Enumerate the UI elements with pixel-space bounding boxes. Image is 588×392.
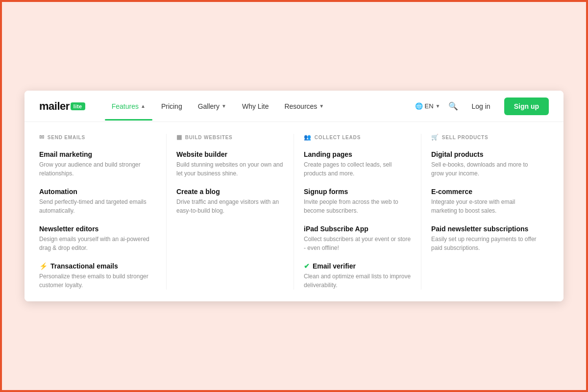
item-desc: Create pages to collect leads, sell prod…	[304, 160, 411, 178]
chevron-down-icon: ▼	[221, 103, 226, 109]
item-title: Signup forms	[304, 188, 411, 196]
col-header-icon: 👥	[304, 134, 312, 141]
item-desc: Send perfectly-timed and targeted emails…	[39, 197, 156, 215]
login-button[interactable]: Log in	[466, 98, 496, 114]
menu-column-sell-products: 🛒SELL PRODUCTS Digital products Sell e-b…	[421, 134, 549, 290]
menu-item-send-emails-1[interactable]: Automation Send perfectly-timed and targ…	[39, 188, 156, 215]
item-desc: Easily set up recurring payments to offe…	[431, 235, 539, 252]
menu-item-collect-leads-1[interactable]: Signup forms Invite people from across t…	[304, 188, 411, 215]
item-desc: Grow your audience and build stronger re…	[39, 160, 156, 178]
logo-text-main: mailer	[39, 100, 70, 113]
item-desc: Sell e-books, downloads and more to grow…	[431, 160, 539, 178]
menu-column-build-websites: ▦BUILD WEBSITES Website builder Build st…	[167, 134, 294, 290]
col-header-build-websites: ▦BUILD WEBSITES	[176, 134, 284, 141]
item-title: Digital products	[431, 150, 539, 158]
col-header-collect-leads: 👥COLLECT LEADS	[304, 134, 411, 141]
lang-chevron-icon: ▼	[436, 103, 441, 109]
signup-button[interactable]: Sign up	[504, 98, 549, 115]
item-title: Newsletter editors	[39, 225, 156, 233]
item-title: ✔ Email verifier	[304, 262, 411, 270]
item-title: E-commerce	[431, 188, 539, 196]
item-title: ⚡ Transactional emails	[39, 262, 156, 270]
item-title: Create a blog	[176, 188, 284, 196]
item-title: Email marketing	[39, 150, 156, 158]
menu-item-send-emails-3[interactable]: ⚡ Transactional emails Personalize these…	[39, 262, 156, 290]
item-title: Paid newsletter subscriptions	[431, 225, 539, 233]
navbar: mailer lite Features ▲ Pricing Gallery ▼…	[24, 91, 564, 122]
item-badge-icon: ⚡	[39, 262, 48, 270]
col-header-sell-products: 🛒SELL PRODUCTS	[431, 134, 539, 141]
item-desc: Build stunning websites on your own and …	[176, 160, 284, 178]
item-desc: Integrate your e-store with email market…	[431, 197, 539, 215]
nav-links: Features ▲ Pricing Gallery ▼ Why Lite Re…	[105, 98, 415, 114]
col-header-icon: ✉	[39, 134, 45, 141]
item-title: Landing pages	[304, 150, 411, 158]
nav-gallery[interactable]: Gallery ▼	[191, 98, 233, 114]
menu-item-collect-leads-2[interactable]: iPad Subscribe App Collect subscribers a…	[304, 225, 411, 252]
menu-item-send-emails-2[interactable]: Newsletter editors Design emails yoursel…	[39, 225, 156, 252]
item-desc: Drive traffic and engage visitors with a…	[176, 197, 284, 215]
item-desc: Clean and optimize email lists to improv…	[304, 272, 411, 290]
menu-item-sell-products-1[interactable]: E-commerce Integrate your e-store with e…	[431, 188, 539, 215]
col-header-send-emails: ✉SEND EMAILS	[39, 134, 156, 141]
item-desc: Collect subscribers at your event or sto…	[304, 235, 411, 252]
col-header-icon: 🛒	[431, 134, 439, 141]
chevron-down-icon-2: ▼	[319, 103, 324, 109]
features-dropdown: ✉SEND EMAILS Email marketing Grow your a…	[24, 122, 564, 301]
item-title: Automation	[39, 188, 156, 196]
menu-item-build-websites-0[interactable]: Website builder Build stunning websites …	[176, 150, 284, 178]
menu-item-send-emails-0[interactable]: Email marketing Grow your audience and b…	[39, 150, 156, 178]
item-desc: Personalize these emails to build strong…	[39, 272, 156, 290]
item-desc: Invite people from across the web to bec…	[304, 197, 411, 215]
logo-badge: lite	[71, 102, 85, 110]
menu-item-collect-leads-3[interactable]: ✔ Email verifier Clean and optimize emai…	[304, 262, 411, 290]
search-button[interactable]: 🔍	[448, 101, 458, 111]
nav-features[interactable]: Features ▲	[105, 98, 152, 114]
nav-resources[interactable]: Resources ▼	[277, 98, 331, 114]
menu-item-collect-leads-0[interactable]: Landing pages Create pages to collect le…	[304, 150, 411, 178]
search-icon: 🔍	[448, 102, 458, 110]
nav-right: 🌐 EN ▼ 🔍 Log in Sign up	[415, 98, 549, 115]
item-title: Website builder	[176, 150, 284, 158]
item-badge-icon: ✔	[304, 262, 310, 270]
menu-item-sell-products-0[interactable]: Digital products Sell e-books, downloads…	[431, 150, 539, 178]
chevron-up-icon: ▲	[141, 103, 146, 109]
logo[interactable]: mailer lite	[39, 100, 85, 113]
language-selector[interactable]: 🌐 EN ▼	[415, 102, 441, 110]
menu-item-sell-products-2[interactable]: Paid newsletter subscriptions Easily set…	[431, 225, 539, 252]
item-desc: Design emails yourself with an ai-powere…	[39, 235, 156, 252]
menu-item-build-websites-1[interactable]: Create a blog Drive traffic and engage v…	[176, 188, 284, 215]
item-title: iPad Subscribe App	[304, 225, 411, 233]
col-header-icon: ▦	[176, 134, 182, 141]
menu-column-send-emails: ✉SEND EMAILS Email marketing Grow your a…	[39, 134, 167, 290]
menu-column-collect-leads: 👥COLLECT LEADS Landing pages Create page…	[294, 134, 421, 290]
globe-icon: 🌐	[415, 102, 423, 110]
nav-pricing[interactable]: Pricing	[154, 98, 189, 114]
nav-why-lite[interactable]: Why Lite	[235, 98, 275, 114]
